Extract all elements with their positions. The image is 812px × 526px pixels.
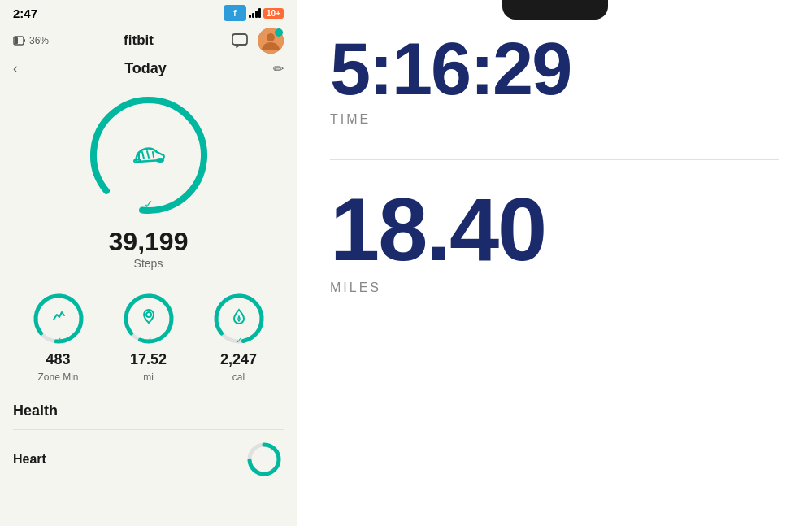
svg-rect-1 [24,39,25,42]
cal-circle: ✓ [210,289,268,348]
time-display: 5:16:29 TIME [330,24,779,127]
cal-icon [232,308,246,328]
health-section-title: Health [13,402,284,419]
chat-icon[interactable] [228,29,251,52]
cal-unit: cal [232,372,245,383]
miles-check: ✓ [145,336,152,345]
health-section: Health Heart [0,396,297,489]
steps-label: Steps [134,257,163,270]
svg-point-15 [146,312,151,317]
fitbit-title: fitbit [124,33,154,49]
zone-min-icon [50,308,67,328]
svg-rect-2 [15,37,18,44]
activity-panel: 5:16:29 TIME 18.40 MILES [297,0,812,526]
metrics-row: ✓ 483 Zone Min ✓ 17.52 mi [0,283,297,396]
section-divider [330,159,779,160]
metric-calories[interactable]: ✓ 2,247 cal [210,289,268,383]
health-heart-title: Heart [13,452,46,467]
edit-icon[interactable]: ✏ [273,61,284,76]
status-bar: 2:47 f 10+ [0,0,297,24]
activity-miles-label: MILES [330,280,381,295]
top-bar-icons [228,28,284,54]
health-item-left: Heart [13,452,46,467]
status-time: 2:47 [13,7,37,20]
steps-shoe-icon [129,136,168,175]
miles-circle: ✓ [119,289,178,348]
battery-indicator: 36% [13,34,49,47]
status-icons: f 10+ [224,5,284,21]
steps-circle[interactable]: ✓ [84,90,214,220]
miles-display: 18.40 MILES [330,185,779,295]
metric-zone-min[interactable]: ✓ 483 Zone Min [29,289,88,383]
miles-unit: mi [143,372,154,383]
svg-point-5 [267,33,275,41]
steps-check: ✓ [144,198,154,211]
steps-section: ✓ 39,199 Steps [0,84,297,283]
battery-symbol [13,34,26,47]
zone-min-check: ✓ [55,336,62,345]
svg-rect-3 [232,34,247,45]
zone-min-circle: ✓ [29,289,88,348]
phone-panel: 2:47 f 10+ 36% fitbi [0,0,297,526]
activity-time-label: TIME [330,112,371,127]
zone-min-unit: Zone Min [37,372,78,383]
phone-notch [502,0,608,20]
miles-icon [141,309,156,328]
battery-percent: 36% [29,35,49,46]
heart-mini-chart [245,440,284,479]
user-avatar[interactable] [258,28,284,54]
svg-point-6 [275,28,283,37]
battery-icon: 10+ [263,8,284,19]
app-icon: f [224,5,246,21]
activity-time-value: 5:16:29 [330,33,571,106]
top-bar: 36% fitbit [0,24,297,57]
health-heart-item[interactable]: Heart [13,429,284,489]
activity-miles-value: 18.40 [330,185,545,274]
cal-check: ✓ [236,336,242,345]
metric-miles[interactable]: ✓ 17.52 mi [119,289,178,383]
signal-icon [249,8,261,18]
back-arrow[interactable]: ‹ [13,60,18,77]
